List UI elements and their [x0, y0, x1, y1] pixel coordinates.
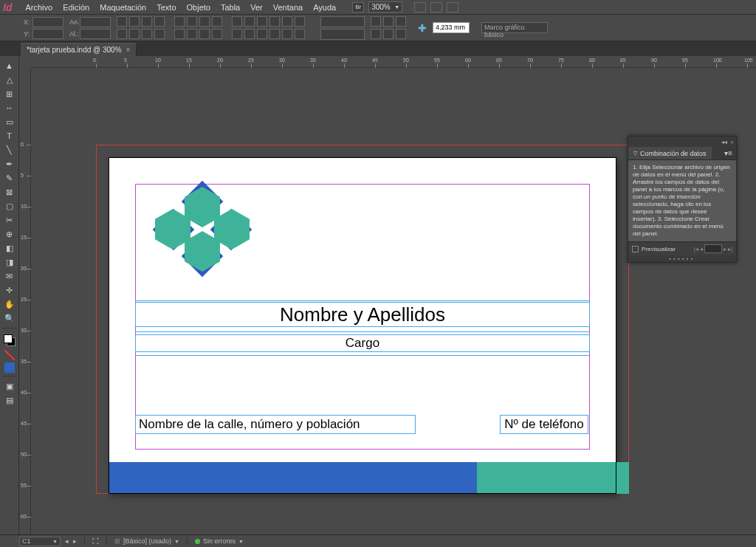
stroke-style-select[interactable] [320, 29, 365, 40]
object-icon[interactable] [257, 16, 267, 27]
fx-icon[interactable] [371, 16, 381, 27]
stroke-weight-select[interactable] [320, 16, 365, 27]
preflight-indicator[interactable]: Sin errores ▼ [195, 537, 244, 545]
object-icon[interactable] [282, 16, 292, 27]
type-tool[interactable]: T [1, 129, 18, 142]
gradient-swatch-tool[interactable]: ◧ [1, 241, 18, 255]
transform-icon[interactable] [117, 16, 127, 27]
collapse-icon[interactable]: ◂◂ [721, 139, 727, 145]
footer-bar-blue[interactable] [109, 462, 479, 494]
panel-resize-handle[interactable]: ▪▪▪▪▪▪ [628, 255, 736, 262]
panel-header[interactable]: ◂◂ × [628, 137, 736, 147]
hand-tool[interactable]: ✋ [1, 297, 18, 311]
free-transform-tool[interactable]: ⊕ [1, 227, 18, 241]
align-icon[interactable] [187, 16, 197, 27]
object-icon[interactable] [244, 29, 255, 39]
panel-menu-icon[interactable]: ▾≡ [721, 147, 736, 159]
record-number-input[interactable] [704, 244, 722, 253]
y-input[interactable] [32, 29, 63, 39]
gradient-feather-tool[interactable]: ◨ [1, 255, 18, 269]
view-mode-2[interactable] [430, 2, 442, 13]
object-icon[interactable] [295, 29, 305, 39]
menu-maquetacion[interactable]: Maquetación [95, 1, 151, 13]
menu-texto[interactable]: Texto [152, 1, 180, 13]
transform-icon[interactable] [129, 16, 140, 27]
fx-icon[interactable] [396, 16, 406, 27]
align-icon[interactable] [174, 29, 185, 39]
transform-icon[interactable] [117, 29, 127, 39]
transform-icon[interactable] [129, 29, 140, 39]
panel-tab[interactable]: ▽ Combinación de datos [628, 147, 712, 159]
close-icon[interactable]: × [126, 46, 131, 54]
fx-icon[interactable] [383, 16, 394, 27]
name-frame[interactable]: Nombre y Apellidos [135, 302, 590, 327]
view-mode-3[interactable] [447, 2, 458, 13]
object-icon[interactable] [257, 29, 267, 39]
selection-tool[interactable]: ▲ [1, 59, 18, 72]
h-input[interactable] [80, 29, 111, 39]
role-frame[interactable]: Cargo [135, 334, 590, 352]
measure-value-input[interactable]: 4,233 mm [433, 22, 470, 33]
bridge-button[interactable]: Br [352, 2, 364, 13]
direct-selection-tool[interactable]: △ [1, 73, 18, 86]
object-icon[interactable] [232, 16, 242, 27]
content-collector-tool[interactable]: ▭ [1, 115, 18, 128]
doc-tab[interactable]: *tarjeta prueba.indd @ 300% × [21, 43, 137, 56]
x-input[interactable] [32, 17, 63, 27]
align-icon[interactable] [199, 29, 210, 39]
align-icon[interactable] [212, 16, 222, 27]
close-icon[interactable]: × [730, 139, 734, 145]
align-icon[interactable] [199, 16, 210, 27]
fx-icon[interactable] [371, 29, 381, 39]
object-icon[interactable] [295, 16, 305, 27]
line-tool[interactable]: ╲ [1, 143, 18, 156]
menu-ayuda[interactable]: Ayuda [309, 1, 340, 13]
data-merge-panel[interactable]: ◂◂ × ▽ Combinación de datos ▾≡ 1. Elija … [628, 136, 737, 263]
rectangle-tool[interactable]: ▢ [1, 199, 18, 213]
transform-icon[interactable] [154, 16, 165, 27]
menu-ventana[interactable]: Ventana [269, 1, 307, 13]
first-record-button[interactable]: |◂ [694, 246, 698, 252]
transform-icon[interactable] [142, 16, 152, 27]
eyedropper-tool[interactable]: ✛ [1, 283, 18, 297]
apply-none-icon[interactable] [4, 350, 15, 360]
pen-tool[interactable]: ✒ [1, 157, 18, 171]
fx-icon[interactable] [383, 29, 394, 39]
page-navigator[interactable]: C1▼ [19, 537, 61, 546]
nav-next-button[interactable]: ▸ [73, 537, 77, 545]
next-record-button[interactable]: ▸ [724, 246, 726, 252]
fill-stroke-swatch[interactable] [4, 334, 16, 346]
menu-tabla[interactable]: Tabla [216, 1, 244, 13]
view-mode-normal[interactable]: ▣ [1, 379, 18, 393]
object-icon[interactable] [269, 29, 280, 39]
zoom-select[interactable]: 300% ▼ [368, 1, 402, 13]
object-icon[interactable] [269, 16, 280, 27]
measure-tool-icon[interactable]: ✚ [418, 22, 427, 34]
last-record-button[interactable]: ▸| [728, 246, 732, 252]
menu-objeto[interactable]: Objeto [182, 1, 215, 13]
apply-color-icon[interactable] [4, 362, 15, 373]
canvas-area[interactable]: 0510152025303540455055606570758085909510… [19, 56, 756, 534]
object-style-select[interactable]: Marco gráfico básico [481, 22, 548, 33]
rectangle-frame-tool[interactable]: ⊠ [1, 185, 18, 199]
align-icon[interactable] [174, 16, 185, 27]
w-input[interactable] [80, 17, 111, 27]
gap-tool[interactable]: ↔ [1, 101, 18, 114]
object-icon[interactable] [282, 29, 292, 39]
view-mode-preview[interactable]: ▤ [1, 393, 18, 407]
page[interactable]: Nombre y Apellidos Cargo Nombre de la ca… [109, 157, 616, 494]
fx-icon[interactable] [396, 29, 406, 39]
logo-graphic[interactable] [151, 187, 255, 272]
menu-ver[interactable]: Ver [246, 1, 267, 13]
menu-edicion[interactable]: Edición [58, 1, 94, 13]
page-tool[interactable]: ⊞ [1, 87, 18, 100]
align-icon[interactable] [187, 29, 197, 39]
zoom-tool[interactable]: 🔍 [1, 312, 18, 325]
menu-archivo[interactable]: Archivo [21, 1, 57, 13]
align-icon[interactable] [212, 29, 222, 39]
object-icon[interactable] [244, 16, 255, 27]
transform-icon[interactable] [142, 29, 152, 39]
pencil-tool[interactable]: ✎ [1, 171, 18, 185]
nav-prev-button[interactable]: ◂ [65, 537, 69, 545]
style-indicator[interactable]: ⊞ [Básico] (usado) ▼ [114, 537, 179, 545]
